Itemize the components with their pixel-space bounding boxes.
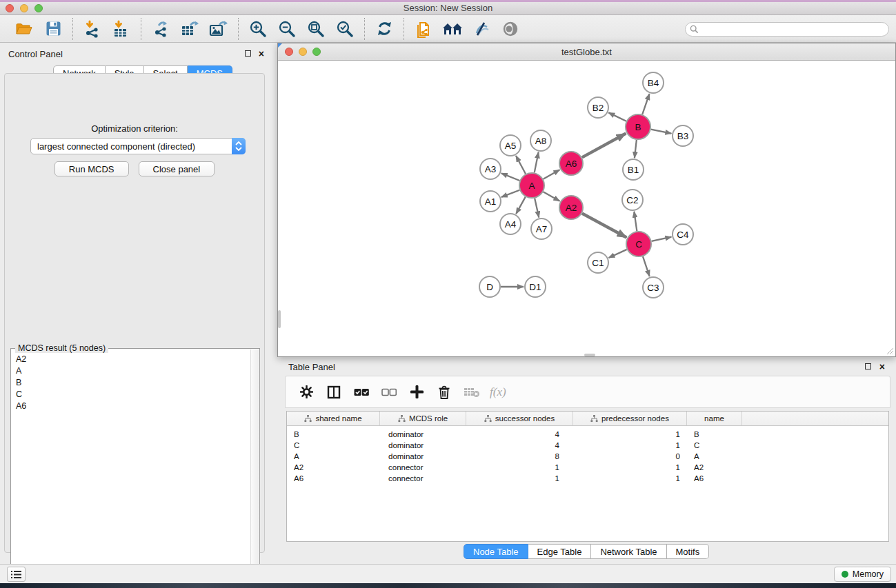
result-scrollbar[interactable]	[250, 349, 259, 575]
cell-predecessor-nodes[interactable]: 0	[573, 452, 687, 460]
graph-node-B2[interactable]	[588, 97, 608, 118]
graph-node-D1[interactable]	[525, 276, 546, 297]
network-canvas[interactable]: B4B2BB3A5A8A6A3B1AA1C2A2A4A7C4CC1C3DD1	[279, 61, 895, 356]
cell-name[interactable]: C	[687, 441, 742, 449]
show-panels-button[interactable]	[7, 567, 26, 582]
memory-button[interactable]: Memory	[834, 567, 891, 582]
cell-mcds-role[interactable]: connector	[380, 474, 466, 483]
cell-shared-name[interactable]: C	[287, 441, 380, 449]
cell-successor-nodes[interactable]: 1	[466, 463, 573, 472]
graph-edge-A-A7[interactable]	[535, 199, 539, 218]
graph-node-C1[interactable]	[588, 252, 608, 273]
export-table-button[interactable]	[175, 17, 204, 41]
graph-node-C[interactable]	[626, 232, 651, 256]
cell-shared-name[interactable]: A2	[287, 463, 380, 472]
zoom-in-button[interactable]	[243, 17, 272, 41]
graph-node-A8[interactable]	[530, 130, 551, 151]
graph-edge-A-A1[interactable]	[501, 190, 519, 197]
graph-node-B3[interactable]	[673, 125, 693, 146]
result-list-item[interactable]: B	[12, 376, 250, 388]
import-network-button[interactable]	[78, 17, 107, 41]
graph-node-A7[interactable]	[531, 219, 552, 239]
export-network-button[interactable]	[146, 17, 175, 41]
graph-edge-A-A5[interactable]	[516, 156, 526, 174]
cell-successor-nodes[interactable]: 1	[466, 474, 573, 483]
column-header-mcds-role[interactable]: MCDS role	[380, 412, 466, 425]
graph-node-C4[interactable]	[673, 224, 693, 245]
column-header-predecessor-nodes[interactable]: predecessor nodes	[573, 412, 687, 425]
column-header-shared-name[interactable]: shared name	[287, 412, 380, 425]
graph-node-D[interactable]	[479, 276, 500, 297]
result-list-item[interactable]: C	[12, 388, 250, 400]
zoom-out-button[interactable]	[272, 17, 301, 41]
graph-node-A3[interactable]	[480, 159, 501, 179]
cell-predecessor-nodes[interactable]: 1	[573, 474, 687, 483]
tab-node-table[interactable]: Node Table	[464, 544, 528, 559]
canvas-horizontal-scrollbar[interactable]	[584, 354, 595, 356]
graph-edge-A-A4[interactable]	[516, 197, 526, 214]
cell-name[interactable]: A2	[687, 463, 742, 472]
zoom-selected-button[interactable]	[330, 17, 359, 41]
create-column-button[interactable]	[404, 380, 429, 405]
delete-table-button[interactable]	[459, 380, 484, 405]
tab-motifs[interactable]: Motifs	[667, 544, 710, 559]
result-list-item[interactable]: A	[12, 365, 250, 376]
graph-node-C3[interactable]	[643, 277, 664, 298]
select-all-button[interactable]	[349, 380, 374, 405]
close-panel-button[interactable]: Close panel	[139, 161, 215, 176]
graph-edge-C-C2[interactable]	[634, 212, 637, 231]
cell-name[interactable]: A6	[687, 474, 742, 483]
close-panel-icon[interactable]: ×	[259, 50, 264, 57]
show-details-button[interactable]	[496, 17, 525, 41]
criterion-select[interactable]: largest connected component (directed)	[30, 138, 246, 154]
graph-edge-C-C3[interactable]	[643, 256, 650, 276]
graph-edge-C-C4[interactable]	[652, 237, 672, 241]
graph-node-B4[interactable]	[643, 72, 664, 93]
graph-node-C2[interactable]	[622, 190, 643, 210]
cell-successor-nodes[interactable]: 4	[466, 430, 573, 438]
table-row[interactable]: C dominator 4 1 C	[287, 440, 888, 451]
graph-edge-B-B4[interactable]	[642, 94, 649, 114]
table-row[interactable]: A6 connector 1 1 A6	[287, 473, 888, 484]
hide-details-button[interactable]	[467, 17, 496, 41]
cell-mcds-role[interactable]: connector	[380, 463, 466, 472]
table-settings-button[interactable]	[294, 380, 319, 405]
graph-node-A6[interactable]	[559, 152, 583, 175]
cell-mcds-role[interactable]: dominator	[380, 441, 466, 449]
tab-edge-table[interactable]: Edge Table	[528, 544, 592, 559]
export-image-button[interactable]	[204, 17, 233, 41]
graph-node-A2[interactable]	[559, 196, 583, 219]
delete-column-button[interactable]	[432, 380, 457, 405]
cell-predecessor-nodes[interactable]: 1	[573, 441, 687, 449]
function-builder-button[interactable]: f(x)	[490, 385, 506, 399]
graph-node-B[interactable]	[626, 114, 650, 139]
float-table-panel-icon[interactable]	[865, 363, 871, 369]
graph-node-A4[interactable]	[500, 214, 521, 234]
deselect-all-button[interactable]	[377, 380, 401, 405]
clone-network-button[interactable]	[409, 17, 438, 41]
graph-edge-A2-C[interactable]	[582, 214, 627, 238]
open-file-button[interactable]	[10, 17, 39, 41]
show-columns-button[interactable]	[321, 380, 346, 405]
cell-shared-name[interactable]: B	[287, 430, 380, 438]
graph-node-A5[interactable]	[500, 135, 521, 156]
table-row[interactable]: A dominator 8 0 A	[287, 451, 888, 462]
close-table-panel-icon[interactable]: ×	[879, 363, 885, 370]
graph-edge-A-A2[interactable]	[544, 192, 560, 201]
graph-node-A1[interactable]	[480, 191, 501, 212]
graph-edge-A-A3[interactable]	[501, 173, 520, 181]
table-row[interactable]: B dominator 4 1 B	[287, 429, 888, 440]
cell-predecessor-nodes[interactable]: 1	[573, 463, 687, 472]
canvas-vertical-scrollbar[interactable]	[278, 310, 281, 328]
graph-edge-B-B2[interactable]	[608, 112, 626, 121]
table-row[interactable]: A2 connector 1 1 A2	[287, 462, 888, 473]
graph-edge-B-B1[interactable]	[635, 140, 637, 158]
run-mcds-button[interactable]: Run MCDS	[54, 161, 129, 176]
cell-mcds-role[interactable]: dominator	[380, 452, 466, 460]
cell-shared-name[interactable]: A6	[287, 474, 380, 483]
save-session-button[interactable]	[39, 17, 68, 41]
cell-name[interactable]: A	[687, 452, 742, 460]
genemania-button[interactable]	[438, 17, 467, 41]
float-panel-icon[interactable]	[245, 50, 251, 57]
graph-edge-B-B3[interactable]	[651, 130, 672, 134]
